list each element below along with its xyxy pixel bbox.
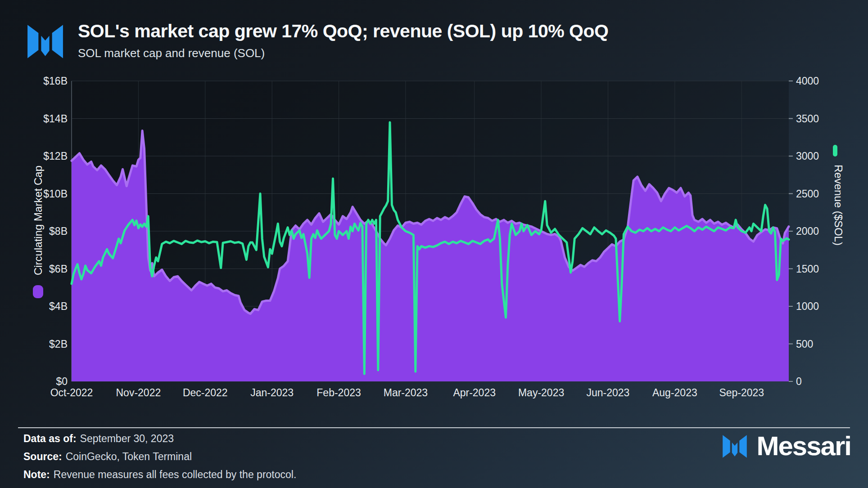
data-as-of-value: September 30, 2023	[80, 433, 174, 444]
source-value: CoinGecko, Token Terminal	[66, 451, 192, 462]
y-right-tick-label: 4000	[796, 75, 836, 87]
messari-logo-icon	[23, 15, 67, 66]
x-tick-label: Aug-2023	[639, 387, 711, 398]
x-tick-label: Apr-2023	[439, 387, 511, 398]
x-tick-label: Sep-2023	[705, 387, 778, 398]
footer-brand: Messari	[720, 428, 851, 463]
header-text: SOL's market cap grew 17% QoQ; revenue (…	[78, 21, 608, 60]
note-label: Note:	[23, 469, 50, 480]
y-right-tick-label: 2500	[796, 188, 836, 200]
y-right-tick-label: 0	[796, 376, 836, 387]
x-tick-label: Feb-2023	[303, 387, 375, 398]
x-tick-label: May-2023	[505, 387, 577, 398]
y-right-tick-label: 1500	[796, 263, 836, 275]
messari-chart-card: SOL's market cap grew 17% QoQ; revenue (…	[0, 0, 868, 488]
right-axis-title: Revenue ($SOL)	[832, 142, 845, 268]
data-as-of-label: Data as of:	[23, 433, 77, 444]
x-tick-label: Nov-2022	[102, 387, 174, 398]
plot	[0, 0, 868, 488]
messari-wordmark: Messari	[757, 430, 851, 461]
y-left-tick-label: $14B	[14, 113, 68, 125]
y-right-tick-label: 3000	[796, 150, 836, 162]
y-right-tick-label: 3500	[796, 113, 836, 125]
note-line: Note:Revenue measures all fees collected…	[23, 469, 296, 481]
chart-subtitle: SOL market cap and revenue (SOL)	[78, 46, 608, 60]
x-tick-label: Mar-2023	[370, 387, 442, 398]
y-right-tick-label: 1000	[796, 300, 836, 312]
y-left-tick-label: $4B	[14, 300, 68, 312]
x-tick-label: Jun-2023	[572, 387, 644, 398]
header: SOL's market cap grew 17% QoQ; revenue (…	[23, 15, 608, 66]
revenue-legend-swatch	[833, 145, 837, 157]
source-line: Source:CoinGecko, Token Terminal	[23, 451, 192, 463]
left-axis-title: Circulating Market Cap	[32, 148, 45, 292]
chart-title: SOL's market cap grew 17% QoQ; revenue (…	[78, 21, 608, 42]
y-left-tick-label: $2B	[14, 338, 68, 350]
data-as-of-line: Data as of:September 30, 2023	[23, 433, 174, 445]
y-left-tick-label: $0	[14, 376, 68, 387]
x-tick-label: Oct-2022	[36, 387, 108, 398]
y-right-tick-label: 2000	[796, 225, 836, 237]
y-left-tick-label: $16B	[14, 75, 68, 87]
note-value: Revenue measures all fees collected by t…	[54, 469, 297, 480]
x-tick-label: Dec-2022	[169, 387, 241, 398]
y-right-tick-label: 500	[796, 338, 836, 350]
messari-logo-icon	[720, 428, 750, 463]
market-cap-legend-swatch	[33, 285, 43, 298]
source-label: Source:	[23, 451, 62, 462]
x-tick-label: Jan-2023	[236, 387, 308, 398]
